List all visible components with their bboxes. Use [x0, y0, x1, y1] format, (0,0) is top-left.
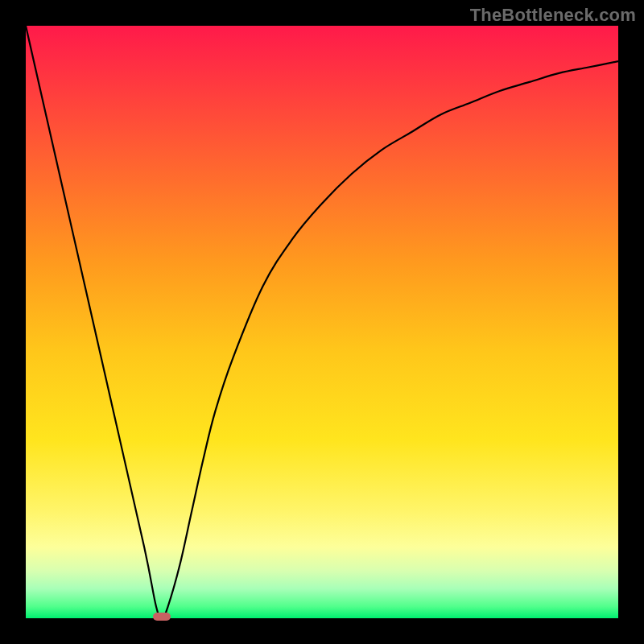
frame-bottom: [0, 618, 644, 644]
frame-right: [618, 0, 644, 644]
optimal-point-marker: [153, 613, 171, 621]
plot-area: [26, 26, 618, 618]
bottleneck-curve: [26, 26, 618, 618]
watermark-text: TheBottleneck.com: [470, 5, 636, 26]
frame-left: [0, 0, 26, 644]
chart-canvas: TheBottleneck.com: [0, 0, 644, 644]
